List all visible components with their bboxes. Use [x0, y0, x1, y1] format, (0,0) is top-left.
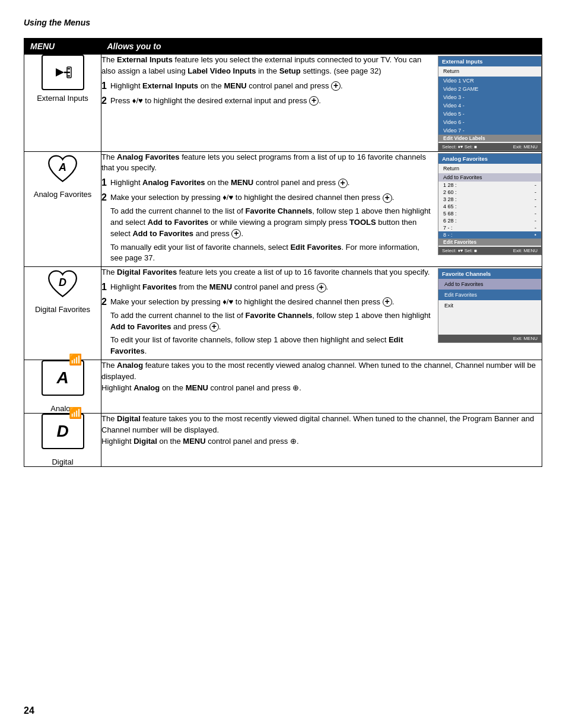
table-row: A 📶 Analog The Analog feature takes you …	[24, 360, 542, 414]
screen-item: Video 1 VCR	[438, 77, 541, 85]
intro-text: The Analog Favorites feature lets you se…	[101, 152, 432, 174]
step-text: Highlight External Inputs on the MENU co…	[110, 81, 432, 92]
step-continuation: To add the current channel to the list o…	[110, 206, 432, 240]
screen-item: Video 6 -	[438, 118, 541, 126]
intro-text: The External Inputs feature lets you sel…	[101, 55, 432, 77]
heart-icon: A	[43, 152, 83, 186]
screen-fav-item: 3 28 : -	[438, 196, 541, 203]
content-text: The Analog feature takes you to the most…	[101, 360, 542, 394]
step-row: 2 Press ♦/♥ to highlight the desired ext…	[101, 96, 432, 107]
step-number: 2	[101, 192, 107, 264]
screen-title: External Inputs	[438, 56, 541, 66]
content-and-screen: The Digital Favorites feature lets you c…	[101, 267, 542, 360]
external-inputs-screen: External Inputs Return Video 1 VCRVideo …	[438, 56, 542, 151]
screen-return: Return	[438, 66, 541, 77]
step-continuation: To add the current channel to the list o…	[110, 310, 432, 333]
screen-title: Favorite Channels	[438, 269, 541, 279]
menu-cell-analog: A 📶 Analog	[24, 360, 101, 414]
content-cell-external-inputs: The External Inputs feature lets you sel…	[101, 55, 542, 152]
circle-plus-icon: +	[317, 283, 326, 293]
table-row: A Analog Favorites The Analog Favorites …	[24, 151, 542, 267]
col-menu-header: MENU	[24, 39, 101, 55]
screen-fav-item: 1 28 : -	[438, 182, 541, 189]
menu-label: Digital	[24, 457, 101, 466]
step-content: Highlight Favorites from the MENU contro…	[110, 282, 432, 293]
menu-label: Digital Favorites	[24, 305, 101, 314]
screen-fav-item: Edit Favorites	[438, 290, 541, 300]
screen-fav-item: 7 - : -	[438, 224, 541, 231]
circle-plus-icon: +	[309, 96, 319, 106]
step-number: 2	[101, 297, 107, 357]
content-and-screen: The Analog Favorites feature lets you se…	[101, 152, 542, 267]
menu-cell-analog-favorites: A Analog Favorites	[24, 151, 101, 267]
menu-label: External Inputs	[24, 94, 101, 103]
step-number: 1	[101, 282, 107, 293]
screen-footer: Select: ♦♥ Set: ■ Exit: MENU	[438, 143, 541, 151]
content-text: The Digital feature takes you to the mos…	[101, 414, 542, 447]
svg-text:D: D	[59, 276, 66, 288]
step-continuation: To manually edit your list of favorite c…	[110, 242, 432, 265]
circle-plus-icon: +	[209, 322, 219, 332]
analog-fav-screen: Analog Favorites Return Add to Favorites…	[438, 153, 542, 256]
menu-label: Analog Favorites	[24, 190, 101, 199]
content-cell-digital-favorites: The Digital Favorites feature lets you c…	[101, 267, 542, 360]
step-text: Highlight Analog Favorites on the MENU c…	[110, 177, 432, 189]
screen-mockup: Favorite Channels Add to FavoritesEdit F…	[438, 268, 542, 343]
screen-footer: Select: ♦♥ Set: ■ Exit: MENU	[438, 247, 541, 255]
screen-item: Video 2 GAME	[438, 85, 541, 93]
content-and-screen: The External Inputs feature lets you sel…	[101, 55, 542, 151]
screen-section: Add to Favorites	[438, 173, 541, 182]
intro-text: The Digital Favorites feature lets you c…	[101, 267, 432, 278]
main-table: MENU Allows you to External Inputs The E…	[24, 38, 542, 467]
page-title: Using the Menus	[24, 18, 542, 27]
content-cell-analog: The Analog feature takes you to the most…	[101, 360, 542, 414]
screen-item: Video 7 -	[438, 126, 541, 135]
step-row: 1 Highlight Analog Favorites on the MENU…	[101, 177, 432, 189]
content-text: The Analog Favorites feature lets you se…	[101, 152, 432, 267]
step-text: Highlight Favorites from the MENU contro…	[110, 282, 432, 293]
menu-cell-digital: D 📶 Digital	[24, 414, 101, 467]
step-content: Make your selection by pressing ♦/♥ to h…	[110, 297, 432, 357]
step-text: Make your selection by pressing ♦/♥ to h…	[110, 297, 432, 308]
page-container: Using the Menus MENU Allows you to Exter…	[0, 0, 566, 491]
step-text: Press ♦/♥ to highlight the desired exter…	[110, 96, 432, 107]
step-number: 2	[101, 96, 107, 107]
step-text: Make your selection by pressing ♦/♥ to h…	[110, 192, 432, 204]
intro-text: The Analog feature takes you to the most…	[101, 360, 542, 394]
footer-exit: Exit: MENU	[513, 336, 538, 341]
circle-plus-icon: +	[231, 229, 241, 239]
step-continuation: To edit your list of favorite channels, …	[110, 335, 432, 357]
col-allows-header: Allows you to	[101, 39, 542, 55]
menu-label: Analog	[24, 404, 101, 413]
table-row: D Digital Favorites The Digital Favorite…	[24, 267, 542, 360]
content-text: The Digital Favorites feature lets you c…	[101, 267, 432, 360]
step-row: 2 Make your selection by pressing ♦/♥ to…	[101, 297, 432, 357]
digital-fav-screen: Favorite Channels Add to FavoritesEdit F…	[438, 268, 542, 343]
external-inputs-icon	[42, 55, 84, 90]
step-number: 1	[101, 177, 107, 189]
screen-section: Edit Video Labels	[438, 135, 541, 142]
screen-fav-item: 4 65 : -	[438, 203, 541, 210]
menu-cell-external-inputs: External Inputs	[24, 55, 101, 152]
footer-select: Select: ♦♥ Set: ■	[442, 144, 477, 150]
step-number: 1	[101, 81, 107, 92]
circle-plus-icon: +	[383, 193, 392, 203]
circle-plus-icon: +	[331, 81, 341, 91]
table-row: D 📶 Digital The Digital feature takes yo…	[24, 414, 542, 467]
screen-fav-item: 6 28 : -	[438, 217, 541, 224]
svg-text:A: A	[58, 161, 66, 173]
screen-footer: Exit: MENU	[438, 335, 541, 342]
page-number: 24	[24, 705, 34, 716]
content-cell-digital: The Digital feature takes you to the mos…	[101, 414, 542, 467]
screen-item: Video 5 -	[438, 110, 541, 118]
step-content: Make your selection by pressing ♦/♥ to h…	[110, 192, 432, 264]
screen-fav-item: 5 68 : -	[438, 210, 541, 217]
screen-mockup: External Inputs Return Video 1 VCRVideo …	[438, 56, 542, 151]
screen-title: Analog Favorites	[438, 154, 541, 164]
content-cell-analog-favorites: The Analog Favorites feature lets you se…	[101, 151, 542, 267]
screen-mockup: Analog Favorites Return Add to Favorites…	[438, 153, 542, 256]
step-content: Highlight External Inputs on the MENU co…	[110, 81, 432, 92]
footer-exit: Exit: MENU	[513, 248, 538, 253]
circle-plus-icon: +	[383, 297, 392, 307]
screen-edit: Edit Favorites	[438, 239, 541, 246]
